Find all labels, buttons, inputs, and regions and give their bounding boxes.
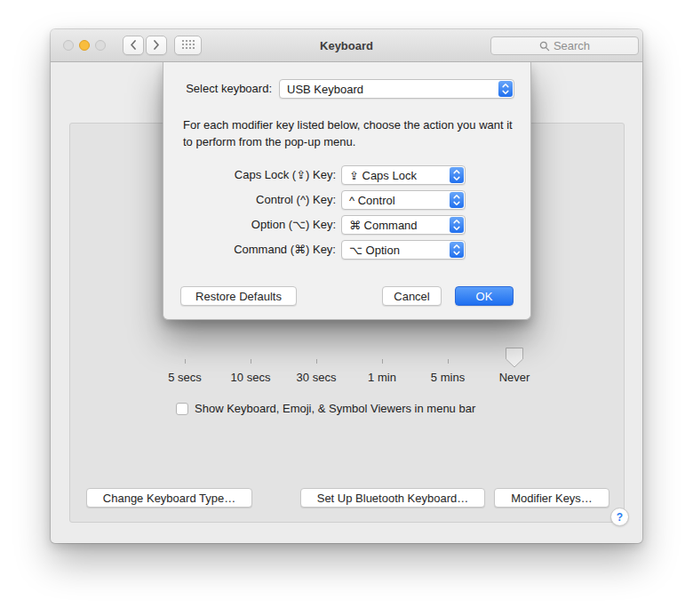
slider-tick: [448, 359, 449, 364]
select-keyboard-value: USB Keyboard: [287, 83, 363, 96]
change-keyboard-type-button[interactable]: Change Keyboard Type…: [86, 488, 252, 508]
command-key-value: ⌥ Option: [349, 244, 400, 257]
ok-button[interactable]: OK: [455, 286, 514, 306]
search-input[interactable]: Search: [490, 36, 639, 55]
slider-thumb[interactable]: [504, 348, 525, 368]
keyboard-preferences-window: Keyboard Search: [51, 29, 642, 543]
slider-label: 1 min: [348, 371, 416, 384]
control-key-popup[interactable]: ^ Control: [341, 190, 466, 210]
slider-label: 10 secs: [217, 371, 284, 384]
search-placeholder: Search: [554, 39, 590, 52]
command-key-popup[interactable]: ⌥ Option: [341, 240, 466, 260]
cancel-button[interactable]: Cancel: [382, 286, 442, 306]
option-key-popup[interactable]: ⌘ Command: [341, 215, 466, 235]
slider-label: Never: [481, 371, 548, 384]
desktop: Keyboard Search: [0, 0, 693, 616]
control-key-label: Control (^) Key:: [163, 190, 336, 210]
slider-tick: [382, 359, 383, 364]
popup-stepper-icon: [450, 242, 464, 258]
modifier-keys-button[interactable]: Modifier Keys…: [494, 488, 609, 508]
question-mark-icon: ?: [617, 511, 623, 524]
popup-stepper-icon: [498, 81, 513, 97]
restore-defaults-button[interactable]: Restore Defaults: [180, 286, 297, 306]
caps-lock-key-value: ⇪ Caps Lock: [349, 169, 417, 182]
option-key-value: ⌘ Command: [349, 219, 418, 232]
modifier-keys-dialog: Select keyboard: USB Keyboard For each m…: [163, 62, 531, 320]
help-button[interactable]: ?: [610, 508, 629, 526]
slider-label: 30 secs: [283, 371, 350, 384]
show-viewers-checkbox[interactable]: [176, 403, 188, 415]
popup-stepper-icon: [450, 167, 464, 183]
popup-stepper-icon: [450, 217, 464, 233]
setup-bluetooth-keyboard-button[interactable]: Set Up Bluetooth Keyboard…: [300, 488, 485, 508]
slider-label: 5 mins: [414, 371, 482, 384]
caps-lock-key-label: Caps Lock (⇪) Key:: [163, 165, 336, 185]
popup-stepper-icon: [450, 192, 464, 208]
slider-label: 5 secs: [151, 371, 219, 384]
slider-tick: [251, 359, 251, 364]
select-keyboard-label: Select keyboard:: [163, 79, 272, 99]
select-keyboard-popup[interactable]: USB Keyboard: [279, 79, 514, 99]
slider-tick: [316, 359, 317, 364]
slider-tick: [185, 359, 186, 364]
option-key-label: Option (⌥) Key:: [163, 215, 336, 235]
dialog-description: For each modifier key listed below, choo…: [183, 116, 515, 150]
search-icon: [539, 41, 550, 52]
command-key-label: Command (⌘) Key:: [163, 240, 336, 260]
caps-lock-key-popup[interactable]: ⇪ Caps Lock: [341, 165, 466, 185]
show-viewers-checkbox-label[interactable]: Show Keyboard, Emoji, & Symbol Viewers i…: [195, 402, 475, 416]
control-key-value: ^ Control: [349, 194, 395, 207]
titlebar: Keyboard Search: [51, 29, 642, 62]
